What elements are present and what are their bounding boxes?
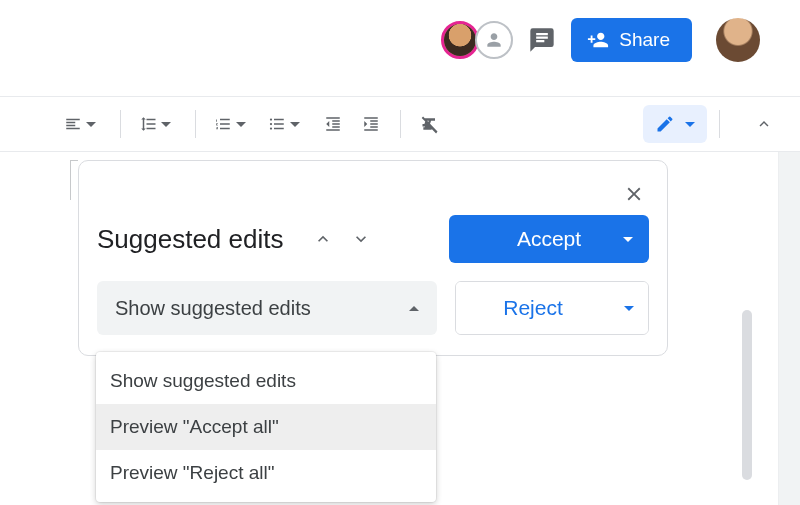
close-panel-button[interactable] bbox=[619, 179, 649, 209]
chevron-up-icon bbox=[755, 115, 773, 133]
account-avatar[interactable] bbox=[716, 18, 760, 62]
scrollbar-thumb[interactable] bbox=[742, 310, 752, 480]
view-mode-dropdown-menu: Show suggested edits Preview "Accept all… bbox=[96, 352, 436, 502]
separator bbox=[120, 110, 121, 138]
dropdown-selected-label: Show suggested edits bbox=[115, 297, 311, 320]
collapse-toolbar-button[interactable] bbox=[746, 106, 782, 142]
line-spacing-button[interactable] bbox=[133, 107, 183, 141]
separator bbox=[719, 110, 720, 138]
document-corner bbox=[70, 160, 78, 200]
chat-icon bbox=[528, 26, 556, 54]
pencil-icon bbox=[655, 114, 675, 134]
reject-menu-button[interactable] bbox=[610, 282, 648, 334]
chevron-down-icon bbox=[86, 122, 96, 127]
formatting-toolbar bbox=[0, 96, 800, 152]
presence-stack bbox=[441, 21, 513, 59]
reject-label: Reject bbox=[503, 296, 563, 320]
bulleted-list-button[interactable] bbox=[262, 107, 312, 141]
person-add-icon bbox=[587, 29, 609, 51]
collaborator-avatar[interactable] bbox=[441, 21, 479, 59]
dropdown-option-label: Show suggested edits bbox=[110, 370, 296, 392]
avatar-face bbox=[444, 24, 476, 56]
view-mode-dropdown[interactable]: Show suggested edits bbox=[97, 281, 437, 335]
dropdown-option-accept-all[interactable]: Preview "Accept all" bbox=[96, 404, 436, 450]
chevron-down-icon bbox=[623, 237, 633, 242]
suggested-edits-panel: Suggested edits Accept Show suggested ed… bbox=[78, 160, 668, 356]
align-button[interactable] bbox=[58, 107, 108, 141]
chevron-down-icon bbox=[624, 306, 634, 311]
share-label: Share bbox=[619, 29, 670, 51]
dropdown-option-show[interactable]: Show suggested edits bbox=[96, 358, 436, 404]
dropdown-option-label: Preview "Reject all" bbox=[110, 462, 275, 484]
previous-edit-button[interactable] bbox=[305, 221, 341, 257]
chevron-down-icon bbox=[290, 122, 300, 127]
numbered-list-button[interactable] bbox=[208, 107, 258, 141]
increase-indent-button[interactable] bbox=[354, 107, 388, 141]
accept-label: Accept bbox=[517, 227, 581, 251]
separator bbox=[195, 110, 196, 138]
dropdown-option-label: Preview "Accept all" bbox=[110, 416, 279, 438]
separator bbox=[400, 110, 401, 138]
person-icon bbox=[484, 30, 504, 50]
editing-mode-button[interactable] bbox=[643, 105, 707, 143]
dropdown-option-reject-all[interactable]: Preview "Reject all" bbox=[96, 450, 436, 496]
chevron-down-icon bbox=[685, 122, 695, 127]
close-icon bbox=[623, 183, 645, 205]
header-bar: Share bbox=[0, 0, 800, 80]
chevron-up-icon bbox=[409, 306, 419, 311]
decrease-indent-button[interactable] bbox=[316, 107, 350, 141]
next-edit-button[interactable] bbox=[343, 221, 379, 257]
share-button[interactable]: Share bbox=[571, 18, 692, 62]
comments-button[interactable] bbox=[527, 25, 557, 55]
chevron-down-icon bbox=[236, 122, 246, 127]
chevron-up-icon bbox=[313, 229, 333, 249]
chevron-down-icon bbox=[161, 122, 171, 127]
chevron-down-icon bbox=[351, 229, 371, 249]
panel-title: Suggested edits bbox=[97, 224, 283, 255]
clear-formatting-button[interactable] bbox=[413, 107, 447, 141]
right-sidebar-rail bbox=[778, 152, 800, 505]
reject-split-button: Reject bbox=[455, 281, 649, 335]
reject-button[interactable]: Reject bbox=[456, 282, 610, 334]
accept-button[interactable]: Accept bbox=[449, 215, 649, 263]
anonymous-avatar[interactable] bbox=[475, 21, 513, 59]
